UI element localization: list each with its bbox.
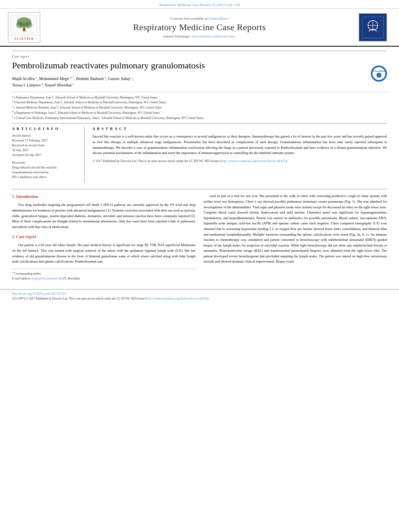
footer-copyright: 2213-0071/© 2017 Published by Elsevier L… <box>12 297 387 300</box>
email-line: E-mail address: megri@live.marshall.edu … <box>12 276 195 281</box>
article-info-heading: A R T I C L E I N F O <box>12 127 78 131</box>
article-info-panel: A R T I C L E I N F O Article history: R… <box>12 127 84 183</box>
keyword-3: PD-1 inhibitors side effect <box>12 175 78 180</box>
svg-rect-4 <box>23 27 25 31</box>
journal-reference-link[interactable]: Respiratory Medicine Case Reports 22 (20… <box>159 3 239 7</box>
footnote-area: * Corresponding author. E-mail address: … <box>12 269 195 281</box>
keyword-2: Granulomatosis reactivation <box>12 170 78 175</box>
homepage-link[interactable]: www.elsevier.com/locate/rmcr <box>191 34 236 38</box>
case-para1: Our patient is a 65-year-old white femal… <box>12 242 195 264</box>
article-history: Article history: Received 17 February 20… <box>12 134 78 158</box>
homepage-line: journal homepage: www.elsevier.com/locat… <box>44 34 355 38</box>
article-title: Pembrolizumab reactivates pulmonary gran… <box>12 60 387 72</box>
doi-anchor[interactable]: http://dx.doi.org/10.1016/j.rmcr.2017.07… <box>12 292 66 296</box>
elsevier-tree-image <box>10 14 38 36</box>
keyword-1: Drug induced sarcoid like reaction <box>12 165 78 170</box>
copyright-line: © 2017 Published by Elsevier Ltd. This i… <box>93 159 387 163</box>
journal-logo-image <box>362 16 384 39</box>
history-label: Article history: <box>12 134 78 138</box>
accepted-date: Accepted 24 July 2017 <box>12 153 78 158</box>
keywords-section: Keywords: Drug induced sarcoid like reac… <box>12 161 78 180</box>
affiliation-c: c c Internal Medicine Resident, Joan C. … <box>12 105 387 110</box>
info-abstract-section: A R T I C L E I N F O Article history: R… <box>12 123 387 183</box>
title-area: Pembrolizumab reactivates pulmonary gran… <box>12 60 387 72</box>
elsevier-brand-text: ELSEVIER <box>10 37 38 41</box>
footer-license-link[interactable]: http://creativecommons.org/licenses/by-n… <box>146 297 207 300</box>
main-content: Case report Pembrolizumab reactivates pu… <box>0 47 399 285</box>
body-left-col: 1. Introduction Two drug antibodies targ… <box>12 193 195 281</box>
authors-list: Majdi Al-dliw a, Mohammed Megri b, *, Ib… <box>12 76 387 88</box>
svg-point-2 <box>16 22 24 28</box>
received-date: Received 17 February 2017 <box>12 138 78 143</box>
keywords-label: Keywords: <box>12 161 78 164</box>
case-report-heading: 2. Case report <box>12 234 195 240</box>
sciencedirect-link[interactable]: ScienceDirect <box>208 16 228 21</box>
doi-link[interactable]: http://dx.doi.org/10.1016/j.rmcr.2017.07… <box>12 292 387 296</box>
abstract-text: Sarcoid like reaction is a well-known en… <box>93 134 387 156</box>
body-right-col: used as part of a trial for one year. Sh… <box>204 193 387 281</box>
contents-line: Contents lists available at ScienceDirec… <box>44 16 355 21</box>
license-link[interactable]: http://creativecommons.org/licenses/by-n… <box>221 159 286 163</box>
journal-header: ELSEVIER Contents lists available at Sci… <box>0 9 399 47</box>
intro-heading: 1. Introduction <box>12 193 195 200</box>
svg-text:✓: ✓ <box>378 74 380 77</box>
intro-para1: Two drug antibodies targeting the progra… <box>12 202 195 230</box>
svg-text:CrossMark: CrossMark <box>373 70 385 72</box>
author-email-link[interactable]: megri@live.marshall.edu <box>32 277 62 280</box>
affiliation-e: e e Critical Care Medicine, Pulmonary, I… <box>12 115 387 120</box>
body-two-col: 1. Introduction Two drug antibodies targ… <box>12 193 387 281</box>
abstract-heading: A B S T R A C T <box>93 127 387 131</box>
elsevier-logo: ELSEVIER <box>8 12 40 43</box>
affiliation-a: a a Pulmonary Department, Joan C. Edward… <box>12 94 387 100</box>
footer-bar: http://dx.doi.org/10.1016/j.rmcr.2017.07… <box>0 289 399 303</box>
affiliations: a a Pulmonary Department, Joan C. Edward… <box>12 92 387 120</box>
crossmark-badge: CrossMark ✓ <box>371 66 387 82</box>
revised-date: Received in revised form16 July 2017 <box>12 143 78 153</box>
affiliation-b: b b Internal Medicine Department, Joan C… <box>12 99 387 105</box>
corresponding-author-note: * Corresponding author. <box>12 271 195 276</box>
article-type-label: Case report <box>12 51 387 58</box>
body-section: 1. Introduction Two drug antibodies targ… <box>12 189 387 281</box>
page: Respiratory Medicine Case Reports 22 (20… <box>0 0 399 532</box>
journal-logo-right <box>359 13 391 41</box>
affiliation-d: d d Department of Pathology, Joan C. Edw… <box>12 110 387 115</box>
journal-reference-bar: Respiratory Medicine Case Reports 22 (20… <box>0 0 399 9</box>
right-col-para1: used as part of a trial for one year. Sh… <box>204 193 387 265</box>
abstract-panel: A B S T R A C T Sarcoid like reaction is… <box>93 127 387 183</box>
journal-center-header: Contents lists available at ScienceDirec… <box>40 16 359 38</box>
journal-title: Respiratory Medicine Case Reports <box>44 22 355 33</box>
svg-point-3 <box>24 22 32 28</box>
